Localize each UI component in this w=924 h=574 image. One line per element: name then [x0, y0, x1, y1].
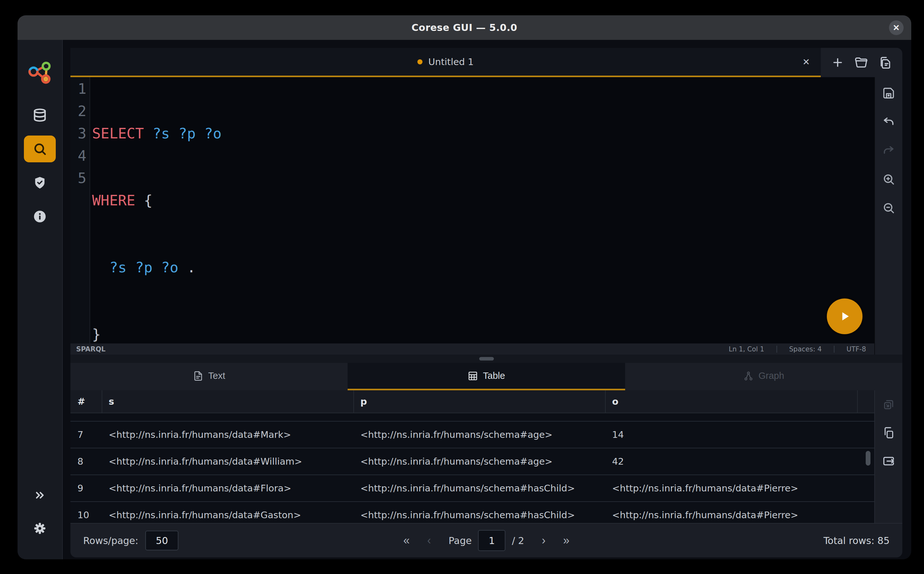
- panel-splitter[interactable]: [71, 355, 902, 363]
- editor-region: 1 2 3 4 5 SELECT?s ?p ?o WHERE{ ?s ?p ?o…: [71, 77, 902, 355]
- unsaved-dot-icon: [417, 59, 423, 65]
- results-tab-label: Text: [208, 371, 225, 381]
- double-chevron-right-icon: »: [563, 534, 569, 547]
- column-header-s[interactable]: s: [102, 390, 354, 413]
- double-chevron-left-icon: «: [403, 534, 410, 547]
- editor-tab-untitled-1[interactable]: Untitled 1 ✕: [71, 48, 821, 77]
- copy-cell-button[interactable]: [883, 399, 895, 411]
- save-icon: [882, 87, 895, 99]
- previous-page-button[interactable]: ‹: [427, 535, 431, 546]
- table-scrollbar-thumb[interactable]: [866, 451, 871, 465]
- redo-button[interactable]: [882, 144, 895, 157]
- zoom-out-icon: [882, 202, 895, 214]
- titlebar: Corese GUI — 5.0.0 ✕: [17, 15, 911, 40]
- column-header-p[interactable]: p: [354, 390, 606, 413]
- documents-icon: [878, 56, 892, 69]
- info-icon: [33, 210, 47, 224]
- rows-per-page-input[interactable]: [145, 531, 178, 550]
- chevrons-right-icon: [33, 489, 46, 501]
- results-tab-label: Table: [483, 371, 505, 381]
- cursor-position[interactable]: Ln 1, Col 1: [717, 345, 776, 353]
- column-header-index[interactable]: #: [71, 390, 102, 413]
- table-row[interactable]: 7 <http://ns.inria.fr/humans/data#Mark> …: [71, 421, 874, 448]
- window-title: Corese GUI — 5.0.0: [412, 22, 517, 33]
- graph-icon: [743, 371, 754, 381]
- zoom-in-icon: [882, 173, 895, 186]
- chevron-left-icon: ‹: [427, 534, 431, 547]
- database-icon: [33, 108, 47, 122]
- copy-icon: [883, 427, 895, 439]
- sidebar-item-validation[interactable]: [24, 169, 56, 196]
- line-number-gutter: 1 2 3 4 5: [71, 77, 90, 344]
- editor-toolbar: [874, 77, 902, 355]
- sidebar-item-query[interactable]: [24, 136, 56, 162]
- table-row[interactable]: 10 <http://ns.inria.fr/humans/data#Gasto…: [71, 502, 874, 523]
- sidebar-item-data[interactable]: [24, 102, 56, 129]
- code-text: SELECT?s ?p ?o WHERE{ ?s ?p ?o. }: [90, 77, 874, 344]
- shield-check-icon: [33, 176, 47, 190]
- redo-icon: [882, 144, 895, 157]
- window-close-button[interactable]: ✕: [889, 20, 904, 35]
- last-page-button[interactable]: »: [563, 535, 569, 546]
- code-editor[interactable]: 1 2 3 4 5 SELECT?s ?p ?o WHERE{ ?s ?p ?o…: [71, 77, 874, 344]
- first-page-button[interactable]: «: [403, 535, 410, 546]
- save-button[interactable]: [882, 87, 895, 99]
- export-results-button[interactable]: [882, 455, 895, 467]
- encoding-label[interactable]: UTF-8: [834, 345, 869, 353]
- undo-button[interactable]: [882, 115, 895, 128]
- play-icon: [838, 309, 852, 323]
- zoom-in-button[interactable]: [882, 173, 895, 186]
- search-icon: [33, 142, 47, 156]
- editor-tab-label: Untitled 1: [428, 57, 473, 67]
- sidebar-item-about[interactable]: [24, 203, 56, 230]
- table-toolbar: [874, 390, 902, 523]
- plus-icon: [831, 56, 844, 69]
- sidebar-item-settings[interactable]: [24, 517, 56, 539]
- next-page-button[interactable]: ›: [542, 535, 545, 546]
- page-number-input[interactable]: [478, 530, 505, 551]
- table-icon: [468, 371, 478, 381]
- language-label: SPARQL: [76, 345, 105, 353]
- editor-statusbar: SPARQL Ln 1, Col 1 Spaces: 4 UTF-8: [71, 344, 874, 355]
- splitter-handle-icon: [479, 357, 494, 361]
- main-area: Untitled 1 ✕: [71, 48, 902, 557]
- column-header-o[interactable]: o: [606, 390, 858, 413]
- pagination-bar: Rows/page: « ‹ Page / 2: [71, 523, 902, 557]
- new-tab-button[interactable]: [831, 56, 844, 69]
- folder-open-icon: [855, 56, 868, 69]
- copy-table-button[interactable]: [883, 427, 895, 439]
- table-row[interactable]: 9 <http://ns.inria.fr/humans/data#Flora>…: [71, 475, 874, 502]
- undo-icon: [882, 115, 895, 128]
- editor-tabbar: Untitled 1 ✕: [71, 48, 902, 77]
- copy-link-icon: [883, 399, 895, 411]
- open-file-button[interactable]: [855, 56, 868, 69]
- run-query-button[interactable]: [827, 298, 863, 334]
- sidebar: [17, 40, 63, 559]
- sidebar-expand-button[interactable]: [24, 484, 56, 506]
- table-row[interactable]: 8 <http://ns.inria.fr/humans/data#Willia…: [71, 448, 874, 475]
- tab-close-button[interactable]: ✕: [803, 57, 810, 67]
- total-rows-label: Total rows: 85: [823, 535, 889, 546]
- screen: Corese GUI — 5.0.0 ✕: [0, 0, 924, 574]
- export-icon: [882, 455, 895, 467]
- results-tabbar: Text Table: [71, 363, 902, 390]
- zoom-out-button[interactable]: [882, 202, 895, 214]
- results-table: # s p o 7 <http://ns.inria.fr/humans/dat…: [71, 390, 874, 523]
- results-tab-graph[interactable]: Graph: [625, 363, 902, 390]
- chevron-right-icon: ›: [542, 534, 545, 547]
- page-label: Page: [449, 535, 472, 546]
- table-header: # s p o: [71, 390, 874, 413]
- results-tab-table[interactable]: Table: [347, 363, 625, 390]
- indentation-setting[interactable]: Spaces: 4: [777, 345, 834, 353]
- corese-logo-icon: [25, 59, 55, 88]
- tab-actions-panel: [821, 48, 902, 77]
- page-total-label: / 2: [512, 535, 524, 546]
- table-row-partial: [71, 413, 874, 421]
- close-icon: ✕: [803, 57, 810, 67]
- file-text-icon: [193, 371, 203, 381]
- results-tab-text[interactable]: Text: [71, 363, 347, 390]
- app-window: Corese GUI — 5.0.0 ✕: [17, 15, 911, 559]
- pager: « ‹ Page / 2 › »: [403, 530, 569, 551]
- duplicate-file-button[interactable]: [878, 56, 892, 69]
- close-icon: ✕: [893, 24, 900, 32]
